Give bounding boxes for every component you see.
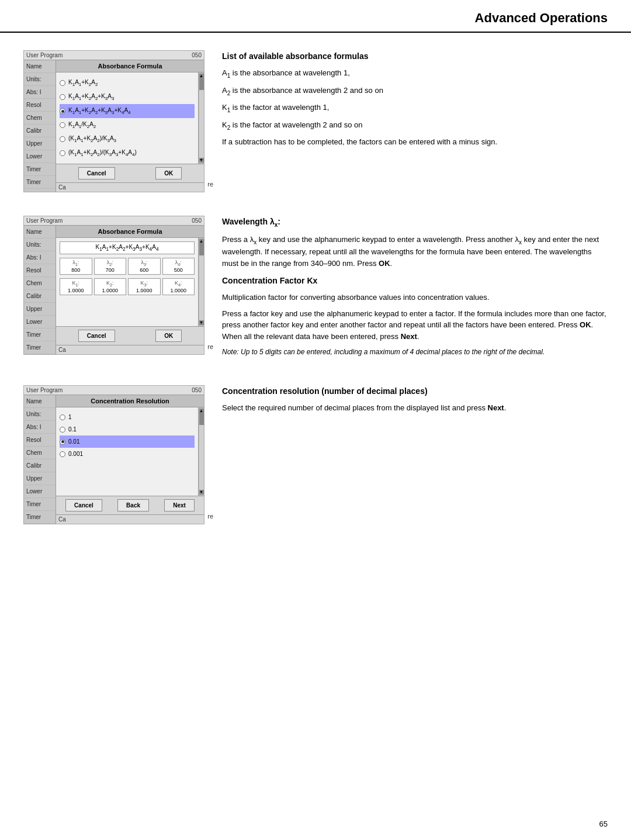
dialog-title-1: Absorbance Formula — [56, 60, 204, 72]
formula-option-3[interactable]: K1A1+K2A2+K3A3+K4A4 — [60, 104, 195, 118]
sidebar2-item-timer2: Timer — [24, 341, 56, 354]
section2-heading: Wavelength λx: — [222, 216, 608, 229]
scroll-down-3[interactable]: ▼ — [199, 490, 204, 495]
device-header-left-1: User Program — [26, 52, 63, 58]
section2-note: Note: Up to 5 digits can be entered, inc… — [222, 347, 608, 357]
page-number: 65 — [599, 820, 608, 828]
sidebar3-item-abs: Abs: I — [24, 421, 56, 434]
sidebar3-item-name: Name — [24, 395, 56, 408]
radio-2[interactable] — [60, 94, 65, 100]
sidebar3-item-resol: Resol — [24, 434, 56, 447]
section3-heading: Concentration resolution (number of deci… — [222, 385, 608, 397]
radio-1[interactable] — [60, 80, 65, 86]
device-panel-1: User Program 050 Name Units: Abs: I Reso… — [23, 50, 204, 192]
dialog-buttons-1: Cancel OK — [56, 164, 204, 182]
sidebar-item-resol: Resol — [24, 99, 56, 112]
sidebar-item-timer1: Timer — [24, 163, 56, 176]
radio-3[interactable] — [60, 108, 65, 114]
formula-option-6[interactable]: (K1A1+K2A2)/(K3A3+K4A4) — [60, 146, 195, 160]
resolution-option-2[interactable]: 0.1 — [60, 423, 195, 435]
text-panel-3: Concentration resolution (number of deci… — [222, 385, 608, 419]
scroll-down-2[interactable]: ▼ — [199, 320, 204, 325]
ca-label-2: Ca — [56, 345, 204, 354]
section1-p1: A1 is the absorbance at wavelength 1, — [222, 67, 608, 80]
sidebar3-item-chem: Chem — [24, 447, 56, 459]
radio-4[interactable] — [60, 122, 65, 128]
radio-res-3[interactable] — [60, 439, 65, 445]
section2-p1: Press a λx key and use the alphanumeric … — [222, 234, 608, 269]
radio-res-2[interactable] — [60, 427, 65, 433]
back-button-3[interactable]: Back — [117, 499, 149, 511]
scroll-up-2[interactable]: ▲ — [199, 239, 204, 244]
radio-res-4[interactable] — [60, 451, 65, 457]
next-button-3[interactable]: Next — [164, 499, 195, 511]
device-header-right-2: 050 — [192, 217, 202, 224]
device-sidebar-3: Name Units: Abs: I Resol Chem Calibr Upp… — [24, 395, 56, 524]
formula-option-5[interactable]: (K1A1+K2A2)/K3A3 — [60, 132, 195, 146]
sidebar2-item-abs: Abs: I — [24, 251, 56, 264]
resolution-option-4[interactable]: 0.001 — [60, 448, 195, 460]
ca-label-3: Ca — [56, 514, 204, 524]
radio-res-1[interactable] — [60, 414, 65, 420]
sidebar-item: Name — [24, 60, 56, 73]
sidebar3-item-timer1: Timer — [24, 498, 56, 511]
ok-button-1[interactable]: OK — [155, 167, 182, 179]
device-sidebar-2: Name Units: Abs: I Resol Chem Calibr Upp… — [24, 226, 56, 354]
scroll-up-3[interactable]: ▲ — [199, 409, 204, 413]
cancel-button-3[interactable]: Cancel — [65, 499, 102, 511]
sidebar2-item-units: Units: — [24, 238, 56, 251]
dialog-content-1: K1A1+K2A2 K1A1+K2A2+K3A3 K1A1+K2A2+K3A3+… — [56, 72, 198, 164]
section1-p3: K1 is the factor at wavelength 1, — [222, 102, 608, 115]
scrollbar-3[interactable]: ▲ ▼ — [198, 407, 204, 496]
ok-button-2[interactable]: OK — [155, 330, 182, 342]
wl-header-3: λ3: 600 — [128, 258, 161, 275]
main-content: User Program 050 Name Units: Abs: I Reso… — [0, 50, 631, 548]
section2-p2: Multiplication factor for converting abs… — [222, 292, 608, 303]
factor-1: K1: 1.0000 — [60, 278, 92, 295]
radio-6[interactable] — [60, 150, 65, 156]
sidebar2-item-resol: Resol — [24, 264, 56, 277]
scroll-down-1[interactable]: ▼ — [199, 158, 204, 163]
dialog-buttons-2: Cancel OK — [56, 326, 204, 345]
sidebar3-item-calibr: Calibr — [24, 459, 56, 472]
cancel-button-1[interactable]: Cancel — [78, 167, 115, 179]
dialog-title-2: Absorbance Formula — [56, 226, 204, 238]
sidebar2-item-lower: Lower — [24, 316, 56, 329]
scrollbar-2[interactable]: ▲ ▼ — [198, 238, 204, 326]
scroll-up-1[interactable]: ▲ — [199, 74, 204, 78]
device-header-3: User Program 050 — [24, 386, 204, 395]
sidebar2-item-name: Name — [24, 226, 56, 238]
formula-option-1[interactable]: K1A1+K2A2 — [60, 76, 195, 90]
wl-header-2: λ2: 700 — [94, 258, 127, 275]
device-header-1: User Program 050 — [24, 51, 204, 60]
section2-subheading-concentration: Concentration Factor Kx — [222, 275, 608, 287]
sidebar-item-abs: Abs: I — [24, 86, 56, 99]
device-sidebar-1: Name Units: Abs: I Resol Chem Calibr Upp… — [24, 60, 56, 192]
resolution-option-3[interactable]: 0.01 — [60, 435, 195, 448]
section2-p3: Press a factor key and use the alphanume… — [222, 308, 608, 343]
re-text-2: re — [207, 343, 213, 350]
radio-5[interactable] — [60, 136, 65, 142]
device-header-2: User Program 050 — [24, 216, 204, 226]
cancel-button-2[interactable]: Cancel — [78, 330, 115, 342]
wl-header-4: λ4: 500 — [162, 258, 195, 275]
page-title: Advanced Operations — [0, 0, 631, 33]
wl-header-1: λ1: 800 — [60, 258, 92, 275]
resolution-option-1[interactable]: 1 — [60, 411, 195, 423]
formula-option-4[interactable]: K1A1/K2A2 — [60, 118, 195, 132]
section-absorbance-formula-2: User Program 050 Name Units: Abs: I Reso… — [23, 216, 608, 362]
device-panel-3: User Program 050 Name Units: Abs: I Reso… — [23, 385, 204, 524]
sidebar3-item-lower: Lower — [24, 485, 56, 498]
section1-p4: K2 is the factor at wavelength 2 and so … — [222, 119, 608, 132]
formula-option-2[interactable]: K1A1+K2A2+K3A3 — [60, 90, 195, 104]
section1-heading: List of available absorbance formulas — [222, 50, 608, 63]
sidebar3-item-upper: Upper — [24, 472, 56, 485]
scrollbar-1[interactable]: ▲ ▼ — [198, 72, 204, 164]
sidebar-item-upper: Upper — [24, 137, 56, 150]
sidebar2-item-calibr: Calibr — [24, 290, 56, 303]
section3-p1: Select the required number of decimal pl… — [222, 402, 608, 414]
section1-p5: If a subtraction has to be completed, th… — [222, 136, 608, 148]
factor-grid: K1: 1.0000 K2: 1.0000 K3: — [60, 278, 195, 295]
sidebar-item-units: Units: — [24, 73, 56, 86]
sidebar2-item-chem: Chem — [24, 277, 56, 290]
